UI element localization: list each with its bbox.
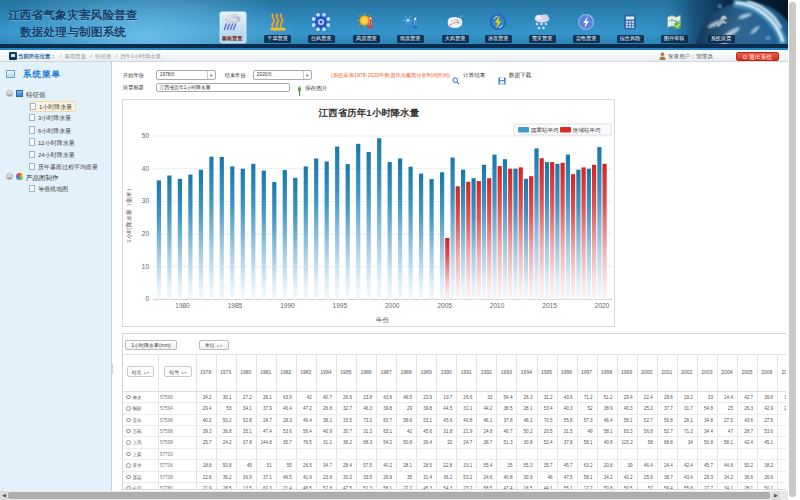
svg-text:10: 10 <box>142 263 150 270</box>
svg-text:1980: 1980 <box>175 302 190 309</box>
svg-text:40: 40 <box>142 165 150 172</box>
svg-text:1小时降水量（毫米）: 1小时降水量（毫米） <box>125 185 133 242</box>
svg-text:50: 50 <box>142 132 150 139</box>
svg-text:30: 30 <box>142 197 150 204</box>
svg-text:国家站平均: 国家站平均 <box>531 127 559 134</box>
svg-text:江西省历年1小时降水量: 江西省历年1小时降水量 <box>318 107 420 118</box>
svg-text:年份: 年份 <box>376 316 390 324</box>
svg-text:区域站平均: 区域站平均 <box>573 127 601 133</box>
svg-text:20: 20 <box>142 230 150 237</box>
svg-text:2005: 2005 <box>437 302 452 309</box>
svg-text:2000: 2000 <box>385 302 400 309</box>
svg-text:1985: 1985 <box>228 302 243 309</box>
svg-text:1990: 1990 <box>280 302 295 309</box>
svg-text:0: 0 <box>145 295 149 302</box>
svg-text:2010: 2010 <box>490 302 505 309</box>
svg-text:2020: 2020 <box>595 302 610 309</box>
svg-text:1995: 1995 <box>333 302 348 309</box>
svg-text:2015: 2015 <box>542 302 557 309</box>
